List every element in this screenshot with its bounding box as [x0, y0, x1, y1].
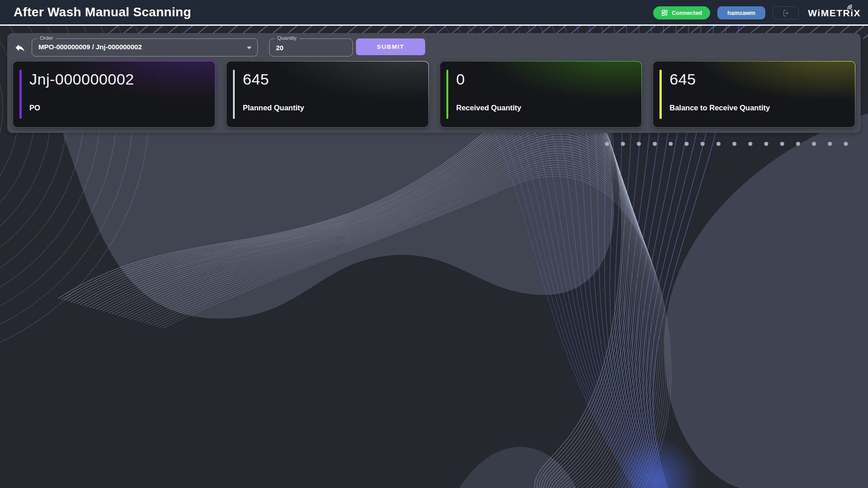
po-card-value: Jnj-000000002 — [29, 71, 134, 88]
page-title: After Wash Manual Scanning — [14, 5, 191, 19]
received-quantity-accent-bar — [446, 70, 449, 119]
scanning-panel: Order MPO-000000009 / Jnj-000000002 Quan… — [7, 33, 861, 133]
signal-arcs-icon — [846, 4, 854, 9]
qr-code-icon — [661, 9, 668, 16]
stat-cards-row: Jnj-000000002 PO 645 Planned Quantity 0 … — [13, 61, 855, 128]
planned-quantity-card: 645 Planned Quantity — [226, 61, 429, 128]
po-card-label: PO — [29, 104, 40, 112]
header-actions: Connected hamzawm WiMETRiX — [653, 0, 861, 26]
balance-quantity-accent-bar — [659, 70, 662, 119]
order-select-value: MPO-000000009 / Jnj-000000002 — [38, 43, 142, 51]
received-quantity-value: 0 — [456, 71, 465, 88]
after-wash-scanning-page: After Wash Manual Scanning — [0, 0, 868, 488]
wimetrix-logo: WiMETRiX — [808, 8, 861, 19]
po-card: Jnj-000000002 PO — [13, 61, 215, 128]
connection-status-label: Connected — [672, 9, 702, 16]
connection-status-badge[interactable]: Connected — [653, 6, 710, 19]
planned-quantity-label: Planned Quantity — [243, 104, 304, 112]
quantity-field: Quantity — [269, 38, 353, 57]
po-card-accent-bar — [19, 70, 22, 119]
planned-quantity-accent-bar — [233, 70, 235, 119]
balance-quantity-card: 645 Balance to Receive Quantity — [653, 61, 855, 128]
order-form: Order MPO-000000009 / Jnj-000000002 Quan… — [7, 38, 861, 57]
received-quantity-label: Received Quantity — [456, 104, 522, 112]
submit-button[interactable]: SUBMIT — [356, 38, 425, 55]
back-arrow-icon — [14, 42, 26, 54]
balance-quantity-value: 645 — [669, 71, 696, 88]
back-button[interactable] — [13, 41, 27, 56]
order-select-label: Order — [37, 35, 56, 41]
balance-quantity-label: Balance to Receive Quantity — [669, 104, 770, 112]
logout-button[interactable] — [773, 6, 799, 19]
received-quantity-card: 0 Received Quantity — [440, 61, 642, 128]
chevron-down-icon — [247, 47, 251, 49]
planned-quantity-value: 645 — [243, 71, 269, 88]
user-button[interactable]: hamzawm — [717, 6, 765, 19]
order-select[interactable]: Order MPO-000000009 / Jnj-000000002 — [32, 38, 258, 57]
app-header: After Wash Manual Scanning — [0, 0, 868, 26]
quantity-input[interactable] — [270, 39, 352, 56]
logout-icon — [782, 9, 790, 17]
